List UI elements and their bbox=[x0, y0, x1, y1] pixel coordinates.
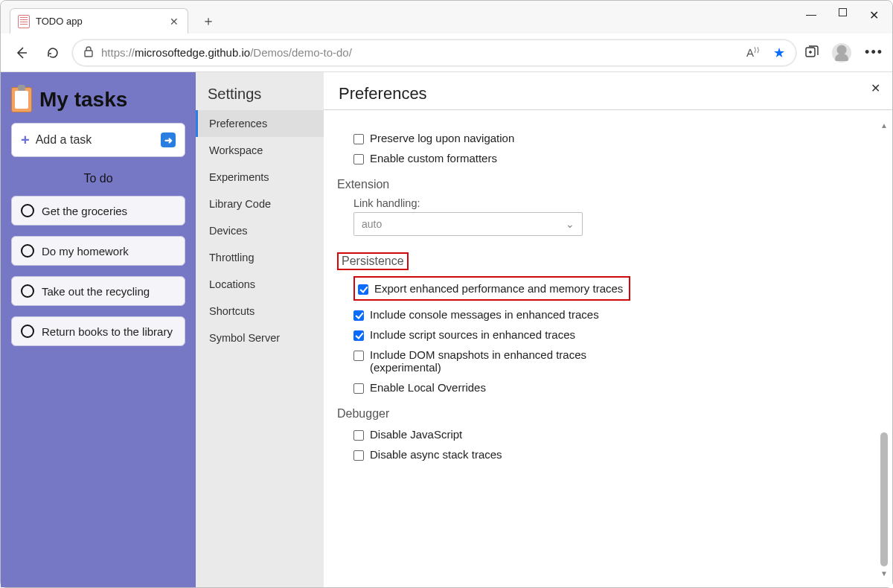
radio-circle-icon[interactable] bbox=[21, 284, 34, 298]
todo-app-sidebar: My tasks + Add a task ➜ To do Get the gr… bbox=[1, 72, 196, 587]
radio-circle-icon[interactable] bbox=[21, 325, 34, 338]
tab-strip: TODO app ✕ ＋ — ✕ bbox=[1, 1, 892, 33]
checkbox-checked-icon[interactable] bbox=[353, 330, 364, 341]
preferences-title: Preferences bbox=[324, 72, 892, 109]
refresh-icon bbox=[45, 45, 60, 60]
checkbox-unchecked-icon[interactable] bbox=[353, 450, 364, 461]
checkbox-unchecked-icon[interactable] bbox=[353, 430, 364, 441]
app-title-row: My tasks bbox=[11, 87, 185, 112]
task-label: Return books to the library bbox=[42, 325, 173, 338]
settings-item-experiments[interactable]: Experiments bbox=[196, 164, 324, 191]
task-label: Take out the recycling bbox=[42, 285, 150, 298]
browser-tab-todo-app[interactable]: TODO app ✕ bbox=[10, 8, 188, 33]
profile-avatar-icon[interactable] bbox=[832, 43, 851, 63]
todo-section-header: To do bbox=[11, 172, 185, 185]
maximize-window-button[interactable] bbox=[839, 8, 847, 16]
window-controls: — ✕ bbox=[806, 8, 879, 22]
pref-row-console-messages[interactable]: Include console messages in enhanced tra… bbox=[353, 308, 892, 321]
checkbox-checked-icon[interactable] bbox=[358, 284, 368, 295]
pref-row-export-enhanced-highlight: Export enhanced performance and memory t… bbox=[353, 276, 630, 301]
svg-rect-0 bbox=[85, 51, 92, 57]
content-area: My tasks + Add a task ➜ To do Get the gr… bbox=[1, 72, 892, 587]
settings-item-library-code[interactable]: Library Code bbox=[196, 191, 324, 217]
pref-row-custom-formatters[interactable]: Enable custom formatters bbox=[353, 152, 892, 164]
settings-item-symbol-server[interactable]: Symbol Server bbox=[196, 325, 324, 351]
pref-row-local-overrides[interactable]: Enable Local Overrides bbox=[353, 381, 892, 394]
link-handling-value: auto bbox=[362, 218, 382, 230]
collections-icon[interactable] bbox=[804, 44, 819, 62]
add-task-label: Add a task bbox=[36, 133, 92, 147]
pref-row-disable-async-stack[interactable]: Disable async stack traces bbox=[353, 448, 892, 461]
app-title: My tasks bbox=[39, 88, 127, 112]
browser-window: TODO app ✕ ＋ — ✕ https://microsoftedge.g… bbox=[0, 0, 893, 588]
pref-row-export-enhanced[interactable]: Export enhanced performance and memory t… bbox=[374, 282, 623, 295]
settings-item-devices[interactable]: Devices bbox=[196, 217, 324, 244]
settings-sidebar: Settings Preferences Workspace Experimen… bbox=[196, 72, 324, 587]
checkbox-checked-icon[interactable] bbox=[353, 310, 364, 321]
pref-row-disable-javascript[interactable]: Disable JavaScript bbox=[353, 428, 892, 441]
add-task-button[interactable]: + Add a task ➜ bbox=[11, 123, 185, 157]
task-label: Get the groceries bbox=[42, 205, 127, 217]
close-tab-icon[interactable]: ✕ bbox=[168, 16, 180, 28]
close-window-button[interactable]: ✕ bbox=[869, 8, 879, 22]
close-panel-icon[interactable]: ✕ bbox=[871, 81, 880, 95]
preferences-scroll-area: Preserve log upon navigation Enable cust… bbox=[324, 120, 892, 587]
settings-item-workspace[interactable]: Workspace bbox=[196, 137, 324, 164]
arrow-left-icon bbox=[14, 45, 29, 60]
section-extension: Extension bbox=[337, 178, 892, 191]
plus-icon: + bbox=[21, 132, 30, 149]
read-aloud-icon[interactable]: A⟩⟩ bbox=[746, 46, 760, 59]
settings-item-throttling[interactable]: Throttling bbox=[196, 244, 324, 271]
submit-arrow-icon[interactable]: ➜ bbox=[161, 132, 176, 147]
clipboard-icon bbox=[11, 87, 32, 112]
section-persistence: Persistence bbox=[342, 255, 404, 267]
scroll-thumb[interactable] bbox=[880, 432, 888, 566]
browser-actions: ••• bbox=[804, 43, 883, 63]
address-bar-row: https://microsoftedge.github.io/Demos/de… bbox=[1, 33, 892, 72]
checkbox-unchecked-icon[interactable] bbox=[353, 383, 364, 394]
address-bar[interactable]: https://microsoftedge.github.io/Demos/de… bbox=[72, 39, 796, 66]
task-item[interactable]: Take out the recycling bbox=[11, 276, 185, 306]
link-handling-select[interactable]: auto ⌄ bbox=[353, 212, 583, 236]
scrollbar[interactable]: ▲ ▼ bbox=[879, 120, 889, 578]
settings-title: Settings bbox=[196, 86, 324, 110]
settings-item-shortcuts[interactable]: Shortcuts bbox=[196, 298, 324, 325]
url-text: https://microsoftedge.github.io/Demos/de… bbox=[101, 46, 352, 59]
link-handling-label: Link handling: bbox=[353, 197, 892, 209]
checkbox-unchecked-icon[interactable] bbox=[353, 154, 364, 164]
checkbox-unchecked-icon[interactable] bbox=[353, 134, 364, 144]
lock-icon bbox=[83, 45, 94, 60]
task-item[interactable]: Return books to the library bbox=[11, 316, 185, 346]
more-menu-button[interactable]: ••• bbox=[865, 45, 883, 60]
pref-row-dom-snapshots[interactable]: Include DOM snapshots in enhanced traces… bbox=[353, 348, 892, 374]
minimize-window-button[interactable]: — bbox=[806, 8, 816, 22]
scroll-up-arrow-icon[interactable]: ▲ bbox=[879, 120, 889, 130]
refresh-button[interactable] bbox=[41, 41, 65, 65]
section-debugger: Debugger bbox=[337, 407, 892, 421]
preferences-panel: ✕ Preferences Preserve log upon navigati… bbox=[324, 72, 892, 587]
pref-row-script-sources[interactable]: Include script sources in enhanced trace… bbox=[353, 328, 892, 341]
radio-circle-icon[interactable] bbox=[21, 204, 34, 217]
pref-row-preserve-log[interactable]: Preserve log upon navigation bbox=[353, 132, 892, 144]
favorite-star-icon[interactable]: ★ bbox=[773, 45, 785, 61]
chevron-down-icon: ⌄ bbox=[566, 218, 574, 230]
tab-title: TODO app bbox=[36, 16, 83, 27]
task-label: Do my homework bbox=[42, 245, 129, 258]
new-tab-button[interactable]: ＋ bbox=[197, 10, 220, 32]
task-item[interactable]: Get the groceries bbox=[11, 196, 185, 226]
clipboard-favicon-icon bbox=[18, 15, 30, 28]
checkbox-unchecked-icon[interactable] bbox=[353, 351, 364, 361]
settings-item-preferences[interactable]: Preferences bbox=[196, 110, 324, 137]
settings-item-locations[interactable]: Locations bbox=[196, 271, 324, 298]
task-item[interactable]: Do my homework bbox=[11, 236, 185, 266]
scroll-down-arrow-icon[interactable]: ▼ bbox=[879, 568, 889, 578]
section-persistence-highlight: Persistence bbox=[337, 252, 409, 270]
radio-circle-icon[interactable] bbox=[21, 244, 34, 258]
divider bbox=[324, 109, 892, 110]
back-button[interactable] bbox=[10, 41, 33, 65]
